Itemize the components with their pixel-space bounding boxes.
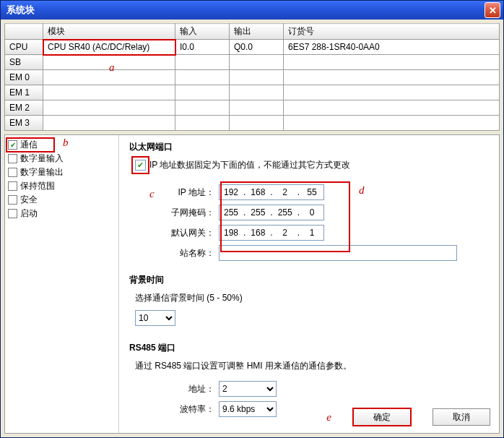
check-icon [8, 154, 17, 163]
cell-module-cpu[interactable]: CPU SR40 (AC/DC/Relay) [43, 40, 175, 55]
col-order[interactable]: 订货号 [284, 24, 500, 40]
titlebar: 系统块 ✕ [1, 1, 503, 20]
cell-output[interactable]: Q0.0 [230, 40, 284, 55]
check-icon [8, 181, 17, 191]
gw-octet-3[interactable] [274, 228, 297, 238]
sidebar-item-label: 数字量输入 [20, 153, 64, 165]
ip-octet-4[interactable] [300, 187, 323, 197]
sidebar-item-label: 数字量输出 [20, 166, 64, 179]
sidebar-item-dout[interactable]: 数字量输出 [6, 166, 117, 179]
mask-octet-3[interactable] [274, 207, 297, 218]
rs485-addr-select[interactable]: 2 [219, 381, 277, 397]
table-row[interactable]: CPU CPU SR40 (AC/DC/Relay) I0.0 Q0.0 6ES… [5, 40, 500, 55]
sidebar-item-din[interactable]: 数字量输入 [6, 152, 117, 166]
rs485-baud-label: 波特率： [135, 403, 214, 416]
col-module[interactable]: 模块 [43, 24, 175, 40]
rs485-desc: 通过 RS485 端口设置可调整 HMI 用来通信的通信参数。 [135, 360, 489, 372]
fix-ip-label: IP 地址数据固定为下面的值，不能通过其它方式更改 [149, 159, 350, 171]
col-blank [5, 24, 43, 40]
sidebar-item-startup[interactable]: 启动 [6, 207, 117, 220]
sidebar-item-security[interactable]: 安全 [6, 193, 117, 207]
check-icon [8, 195, 17, 205]
ip-octet-2[interactable] [246, 187, 269, 197]
ip-octet-3[interactable] [274, 187, 297, 197]
ok-button[interactable]: 确定 [353, 408, 411, 426]
rs485-group-title: RS485 端口 [129, 342, 489, 354]
col-input[interactable]: 输入 [175, 24, 230, 40]
annotation-e: e [326, 411, 331, 424]
gw-octet-1[interactable] [220, 228, 243, 238]
close-icon: ✕ [489, 5, 497, 16]
table-header-row: 模块 输入 输出 订货号 [5, 24, 500, 40]
ip-label: IP 地址： [135, 186, 214, 199]
station-label: 站名称： [135, 247, 214, 259]
window-title: 系统块 [6, 4, 485, 17]
mask-label: 子网掩码： [135, 207, 214, 219]
lower-split: ✔通信 数字量输入 数字量输出 保持范围 安全 启动 b 以太网端口 ✔ IP … [4, 134, 500, 434]
sidebar-item-label: 启动 [20, 207, 38, 220]
ip-address-field[interactable]: . . . [219, 184, 324, 200]
gw-octet-2[interactable] [246, 228, 269, 238]
module-table: 模块 输入 输出 订货号 CPU CPU SR40 (AC/DC/Relay) … [4, 23, 500, 131]
sidebar-item-comm[interactable]: ✔通信 [6, 138, 54, 152]
bg-time-select[interactable]: 10 [135, 310, 175, 326]
eth-group-title: 以太网端口 [129, 141, 489, 153]
mask-octet-1[interactable] [220, 207, 243, 218]
cancel-button[interactable]: 取消 [433, 408, 490, 426]
rs485-baud-select[interactable]: 9.6 kbps [219, 401, 277, 417]
table-row[interactable]: EM 3 [5, 116, 500, 131]
check-icon [8, 168, 17, 177]
close-button[interactable]: ✕ [485, 2, 500, 18]
bg-group-title: 背景时间 [129, 274, 489, 286]
mask-octet-2[interactable] [246, 207, 269, 218]
annotation-b: b [63, 137, 69, 149]
button-row: e 确定 取消 [326, 408, 490, 426]
system-block-dialog: 系统块 ✕ 模块 输入 输出 订货号 CPU CPU SR40 (AC/DC/R… [0, 0, 504, 438]
sidebar-item-retain[interactable]: 保持范围 [6, 179, 117, 193]
station-name-input[interactable] [219, 245, 457, 261]
cell-input[interactable]: I0.0 [175, 40, 230, 55]
sidebar-item-label: 通信 [20, 139, 38, 151]
gw-label: 默认网关： [135, 227, 214, 239]
table-row[interactable]: EM 2 [5, 100, 500, 116]
table-row[interactable]: SB [5, 55, 500, 70]
mask-octet-4[interactable] [300, 207, 323, 218]
cell-order[interactable]: 6ES7 288-1SR40-0AA0 [284, 40, 500, 55]
sidebar-item-label: 保持范围 [20, 180, 55, 192]
gateway-field[interactable]: . . . [219, 225, 324, 241]
check-icon: ✔ [8, 140, 17, 150]
gw-octet-4[interactable] [300, 228, 323, 238]
sidebar-item-label: 安全 [20, 194, 38, 206]
rs485-addr-label: 地址： [135, 383, 214, 395]
col-output[interactable]: 输出 [230, 24, 284, 40]
check-icon [8, 209, 17, 218]
table-row[interactable]: EM 0 [5, 70, 500, 85]
content-area: 模块 输入 输出 订货号 CPU CPU SR40 (AC/DC/Relay) … [1, 20, 503, 437]
sidebar: ✔通信 数字量输入 数字量输出 保持范围 安全 启动 b [5, 135, 119, 433]
fix-ip-checkbox[interactable]: ✔ [135, 160, 146, 171]
table-row[interactable]: EM 1 [5, 85, 500, 100]
ip-octet-1[interactable] [220, 187, 243, 197]
subnet-mask-field[interactable]: . . . [219, 205, 324, 220]
bg-desc: 选择通信背景时间 (5 - 50%) [135, 292, 489, 304]
fix-ip-row[interactable]: ✔ IP 地址数据固定为下面的值，不能通过其它方式更改 [135, 159, 489, 171]
row-hd-cpu: CPU [5, 40, 43, 55]
right-panel: 以太网端口 ✔ IP 地址数据固定为下面的值，不能通过其它方式更改 c IP 地… [119, 135, 499, 433]
